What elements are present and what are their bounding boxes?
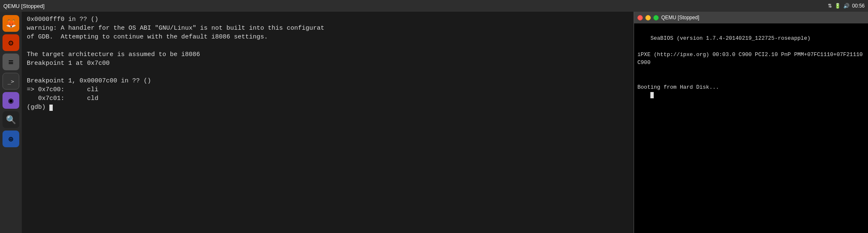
taskbar-right: ⇅ 🔋 🔊 00:56 (828, 3, 865, 9)
volume-icon: 🔊 (843, 3, 850, 9)
terminal-text: 0x0000fff0 in ?? () warning: A handler f… (27, 16, 324, 111)
terminal-icon[interactable]: _> (3, 73, 19, 90)
search-icon[interactable]: 🔍 (3, 111, 19, 128)
firefox-icon[interactable]: 🦊 (3, 15, 19, 32)
clock: 00:56 (852, 3, 865, 9)
taskbar-title: QEMU [Stopped] (3, 3, 44, 9)
qemu-titlebar: QEMU [Stopped] (634, 12, 868, 23)
terminal-cursor (49, 105, 53, 111)
settings-icon[interactable]: ⚙ (3, 34, 19, 51)
qemu-window: QEMU [Stopped] SeaBIOS (version 1.7.4-20… (634, 12, 868, 233)
minimize-button[interactable] (645, 15, 651, 20)
qemu-content: SeaBIOS (version 1.7.4-20140219_122725-r… (634, 23, 868, 233)
qemu-window-title: QEMU [Stopped] (661, 15, 865, 20)
update-icon[interactable]: ⊕ (3, 131, 19, 147)
taskbar-left: QEMU [Stopped] (3, 3, 44, 9)
network-icon: ⇅ (828, 3, 832, 9)
menu-icon[interactable]: ≡ (3, 54, 19, 70)
qemu-text: SeaBIOS (version 1.7.4-20140219_122725-r… (637, 35, 866, 90)
maximize-button[interactable] (653, 15, 659, 20)
taskbar: QEMU [Stopped] ⇅ 🔋 🔊 00:56 (0, 0, 868, 12)
dock: 🦊 ⚙ ≡ _> ◉ 🔍 ⊕ (0, 12, 22, 233)
qemu-cursor (650, 92, 654, 98)
close-button[interactable] (637, 15, 643, 20)
battery-icon: 🔋 (835, 3, 841, 9)
app-icon[interactable]: ◉ (3, 92, 19, 109)
